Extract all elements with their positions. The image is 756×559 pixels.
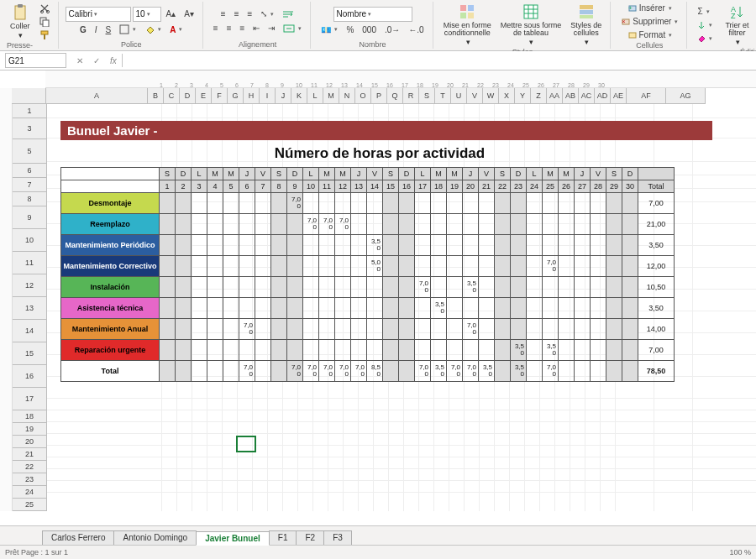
hours-cell[interactable] (271, 256, 287, 277)
hours-cell[interactable] (271, 214, 287, 235)
hours-cell[interactable] (176, 235, 192, 256)
hours-cell[interactable] (622, 214, 638, 235)
delete-cells-button[interactable]: ×Supprimer▾ (617, 15, 681, 28)
hours-cell[interactable] (287, 298, 303, 319)
hours-cell[interactable]: 7,0 0 (415, 277, 431, 298)
hours-cell[interactable] (192, 319, 207, 340)
sheet-tab[interactable]: Antonio Domingo (113, 530, 197, 545)
hours-cell[interactable] (447, 256, 463, 277)
col-header-AC[interactable]: AC (579, 88, 595, 103)
hours-cell[interactable] (591, 256, 606, 277)
col-header-P[interactable]: P (371, 88, 387, 103)
hours-cell[interactable] (351, 340, 367, 361)
hours-cell[interactable] (223, 298, 239, 319)
hours-cell[interactable] (622, 340, 638, 361)
row-header-24[interactable]: 24 (13, 486, 47, 499)
hours-cell[interactable]: 3,5 0 (431, 298, 447, 319)
number-format-select[interactable]: Nombre▾ (333, 7, 412, 22)
col-header-AD[interactable]: AD (595, 88, 611, 103)
hours-cell[interactable] (543, 235, 559, 256)
row-header-17[interactable]: 17 (13, 388, 47, 410)
hours-cell[interactable] (399, 298, 415, 319)
col-header-H[interactable]: H (244, 88, 260, 103)
hours-cell[interactable] (559, 256, 575, 277)
cell-content[interactable]: Bunuel Javier - Número de horas por acti… (47, 104, 756, 382)
hours-cell[interactable] (207, 214, 223, 235)
hours-cell[interactable] (239, 193, 255, 214)
hours-cell[interactable] (383, 235, 399, 256)
row-header-11[interactable]: 11 (13, 252, 47, 274)
font-color-button[interactable]: A▾ (166, 24, 186, 36)
italic-button[interactable]: I (92, 24, 101, 36)
hours-cell[interactable] (479, 193, 495, 214)
hours-cell[interactable] (447, 214, 463, 235)
hours-cell[interactable] (239, 298, 255, 319)
hours-cell[interactable] (415, 340, 431, 361)
hours-cell[interactable] (383, 193, 399, 214)
col-header-W[interactable]: W (483, 88, 499, 103)
hours-cell[interactable] (606, 298, 622, 319)
hours-cell[interactable] (575, 319, 591, 340)
hours-cell[interactable] (527, 340, 543, 361)
hours-cell[interactable] (559, 277, 575, 298)
hours-cell[interactable] (463, 340, 479, 361)
hours-cell[interactable] (463, 256, 479, 277)
hours-cell[interactable] (255, 319, 271, 340)
hours-cell[interactable] (495, 193, 511, 214)
hours-cell[interactable] (606, 256, 622, 277)
cut-button[interactable] (36, 2, 53, 14)
hours-cell[interactable] (447, 319, 463, 340)
hours-cell[interactable] (495, 319, 511, 340)
hours-cell[interactable] (271, 319, 287, 340)
hours-cell[interactable] (399, 235, 415, 256)
hours-cell[interactable] (559, 193, 575, 214)
col-header-V[interactable]: V (467, 88, 483, 103)
row-header-21[interactable]: 21 (13, 448, 47, 461)
hours-cell[interactable] (192, 340, 207, 361)
hours-cell[interactable] (319, 340, 335, 361)
sheet-tab[interactable]: Javier Bunuel (196, 531, 270, 546)
hours-cell[interactable] (160, 256, 176, 277)
hours-cell[interactable] (622, 298, 638, 319)
hours-cell[interactable] (255, 298, 271, 319)
hours-cell[interactable] (383, 298, 399, 319)
hours-cell[interactable]: 3,5 0 (367, 235, 383, 256)
hours-cell[interactable] (575, 214, 591, 235)
fill-button[interactable]: ▾ (694, 18, 716, 31)
hours-cell[interactable] (367, 340, 383, 361)
merge-button[interactable]: ▾ (280, 22, 305, 34)
col-header-C[interactable]: C (164, 88, 180, 103)
formula-input[interactable] (122, 54, 756, 67)
align-right-button[interactable]: ≡ (237, 22, 249, 34)
align-mid-button[interactable]: ≡ (231, 8, 243, 20)
zoom-level[interactable]: 100 % (729, 548, 751, 556)
hours-cell[interactable] (527, 319, 543, 340)
hours-cell[interactable] (431, 256, 447, 277)
hours-cell[interactable] (176, 256, 192, 277)
hours-cell[interactable] (447, 277, 463, 298)
hours-cell[interactable] (207, 235, 223, 256)
hours-cell[interactable] (303, 235, 319, 256)
hours-cell[interactable] (591, 214, 606, 235)
format-cells-button[interactable]: Format▾ (624, 29, 676, 41)
row-headers[interactable]: 135678910111213141516171819202122232425 (13, 104, 47, 511)
hours-cell[interactable] (303, 298, 319, 319)
hours-cell[interactable] (591, 193, 606, 214)
hours-cell[interactable] (223, 193, 239, 214)
hours-cell[interactable] (495, 277, 511, 298)
hours-cell[interactable] (447, 235, 463, 256)
hours-cell[interactable] (447, 340, 463, 361)
col-header-AA[interactable]: AA (547, 88, 563, 103)
row-header-20[interactable]: 20 (13, 436, 47, 448)
hours-cell[interactable] (399, 256, 415, 277)
hours-cell[interactable] (335, 256, 351, 277)
hours-cell[interactable] (399, 319, 415, 340)
hours-cell[interactable] (192, 193, 207, 214)
hours-cell[interactable] (606, 193, 622, 214)
hours-cell[interactable] (479, 277, 495, 298)
hours-cell[interactable] (575, 235, 591, 256)
autosum-button[interactable]: Σ▾ (694, 5, 716, 18)
hours-cell[interactable] (606, 319, 622, 340)
select-all-button[interactable] (12, 88, 46, 104)
col-header-X[interactable]: X (499, 88, 515, 103)
